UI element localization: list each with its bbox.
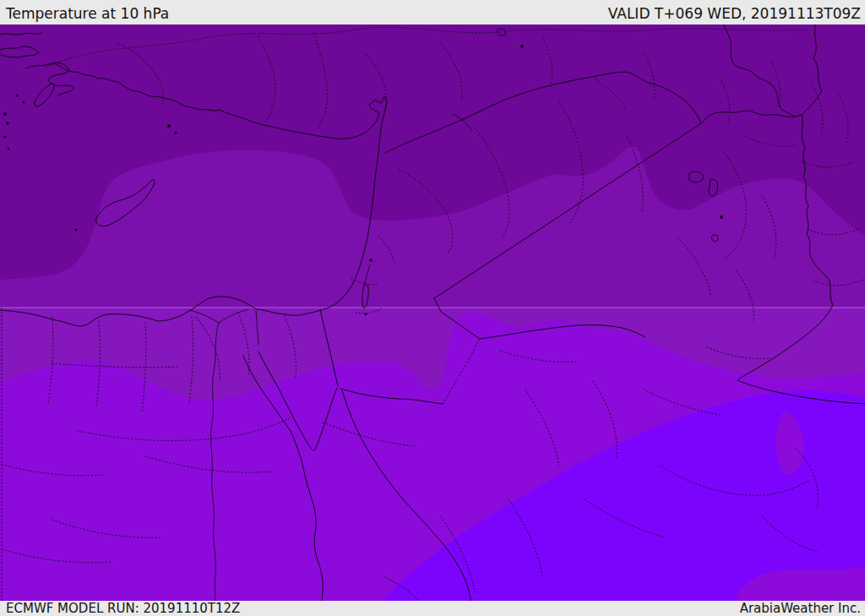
aegean-islet (3, 112, 7, 116)
map-canvas (0, 25, 865, 601)
model-run-label: ECMWF MODEL RUN: 20191110T12Z (6, 601, 240, 616)
temperature-bands (0, 25, 865, 601)
small-lake (720, 215, 723, 219)
anatolia-lake (520, 45, 524, 48)
valid-time-label: VALID T+069 WED, 20191113T09Z (608, 5, 861, 22)
aegean-islet (4, 136, 7, 139)
forecast-map (0, 25, 865, 601)
sea-of-galilee (369, 259, 373, 262)
aegean-islet (6, 122, 8, 124)
cyprus-islet (75, 229, 78, 232)
credit-label: ArabiaWeather Inc. (740, 601, 861, 616)
map-footer-bar: ECMWF MODEL RUN: 20191110T12Z ArabiaWeat… (0, 601, 865, 616)
anatolia-lake (167, 124, 171, 128)
map-title: Temperature at 10 hPa (6, 5, 169, 22)
aegean-islet (16, 95, 19, 97)
dead-sea-south-lobe (365, 313, 367, 316)
map-header-bar: Temperature at 10 hPa VALID T+069 WED, 2… (0, 0, 865, 25)
aegean-islet (8, 148, 10, 150)
weather-map-window: Temperature at 10 hPa VALID T+069 WED, 2… (0, 0, 865, 616)
aegean-islet (23, 101, 24, 103)
anatolia-lake (175, 132, 177, 134)
